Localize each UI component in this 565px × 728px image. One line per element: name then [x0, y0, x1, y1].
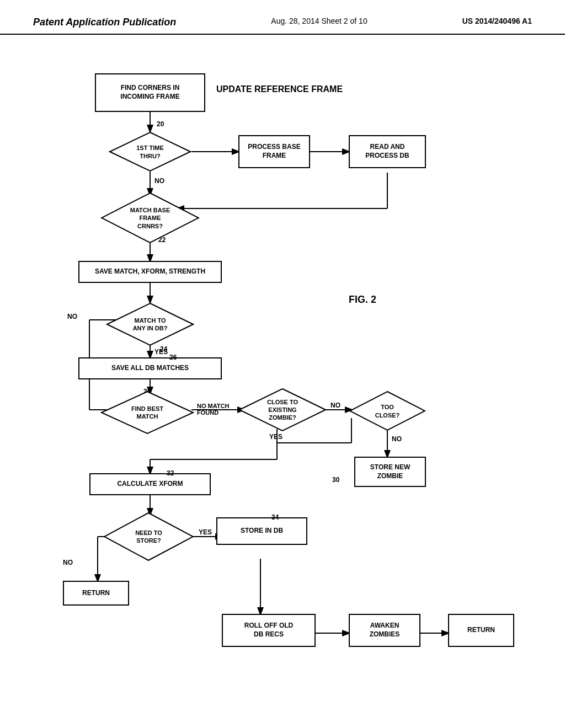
- no-need-store: NO: [63, 559, 73, 566]
- find-best-diamond: FIND BEST MATCH: [100, 390, 194, 435]
- find-corners-box: FIND CORNERS IN INCOMING FRAME: [95, 73, 205, 112]
- match-base-diamond: MATCH BASE FRAME CRNRS?: [100, 192, 200, 244]
- store-db-box: STORE IN DB: [216, 517, 307, 545]
- label-32: 32: [167, 469, 174, 477]
- calc-xform-box: CALCULATE XFORM: [89, 473, 211, 495]
- save-match-box: SAVE MATCH, XFORM, STRENGTH: [78, 261, 222, 283]
- figure-label: FIG. 2: [349, 294, 376, 306]
- label-26: 26: [169, 354, 177, 361]
- close-zombie-diamond: CLOSE TO EXISTING ZOMBIE?: [238, 388, 327, 432]
- no-too-close: NO: [392, 435, 402, 443]
- page: Patent Application Publication Aug. 28, …: [0, 0, 565, 728]
- page-header: Patent Application Publication Aug. 28, …: [0, 0, 565, 35]
- no-label-match-db: NO: [67, 313, 77, 320]
- label-22: 22: [158, 236, 166, 244]
- store-zombie-box: STORE NEW ZOMBIE: [354, 457, 426, 487]
- label-20: 20: [157, 120, 164, 128]
- awaken-zombies-box: AWAKEN ZOMBIES: [349, 614, 420, 647]
- label-30: 30: [332, 476, 339, 484]
- patent-number: US 2014/240496 A1: [462, 17, 532, 25]
- update-ref-label: UPDATE REFERENCE FRAME: [216, 84, 343, 94]
- read-process-box: READ AND PROCESS DB: [349, 135, 426, 168]
- too-close-diamond: TOO CLOSE?: [349, 390, 426, 432]
- publication-date: Aug. 28, 2014 Sheet 2 of 10: [271, 17, 367, 25]
- first-time-diamond: 1ST TIME THRU?: [109, 131, 191, 173]
- no-match-found-label: NO MATCH FOUND: [197, 396, 229, 416]
- flowchart: FIND CORNERS IN INCOMING FRAME UPDATE RE…: [34, 40, 531, 691]
- need-store-diamond: NEED TO STORE?: [103, 512, 194, 561]
- roll-off-box: ROLL OFF OLD DB RECS: [222, 614, 316, 647]
- yes-close-zombie: YES: [269, 433, 282, 441]
- publication-title: Patent Application Publication: [33, 17, 176, 28]
- match-db-diamond: MATCH TO ANY IN DB?: [106, 302, 194, 346]
- return-box-2: RETURN: [448, 614, 514, 647]
- return-box-1: RETURN: [63, 581, 129, 606]
- no-label-1: NO: [154, 177, 164, 185]
- label-34: 34: [271, 513, 279, 521]
- process-base-box: PROCESS BASE FRAME: [238, 135, 310, 168]
- yes-label-1: YES: [154, 348, 168, 356]
- no-close-zombie: NO: [331, 402, 340, 409]
- yes-need-store: YES: [199, 528, 212, 536]
- save-all-box: SAVE ALL DB MATCHES: [78, 357, 222, 379]
